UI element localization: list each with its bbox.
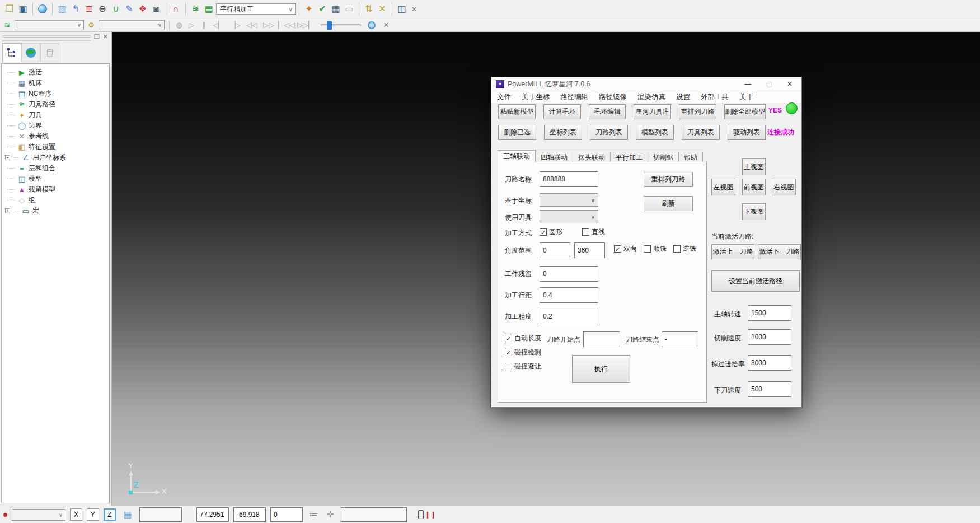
minimize-icon[interactable]: —	[745, 80, 752, 88]
ruler-icon[interactable]: ▭	[343, 3, 355, 15]
toolpath-spring-icon[interactable]: ≋	[189, 3, 201, 15]
delete-selected-button[interactable]: 删除已选	[498, 125, 536, 140]
plunge-feed-input[interactable]	[748, 381, 791, 397]
maximize-icon[interactable]: ▢	[766, 80, 772, 88]
speed-icon[interactable]	[368, 21, 376, 29]
angle-to-input[interactable]	[574, 242, 605, 258]
checkbox-box[interactable]	[644, 245, 651, 253]
toolpath-name-input[interactable]	[540, 171, 598, 187]
cutting-feed-input[interactable]	[748, 329, 791, 345]
tool-library-button[interactable]: 星河刀具库	[634, 104, 671, 119]
cursor-z-input[interactable]	[270, 507, 303, 522]
use-tool-combobox[interactable]: ∨	[540, 210, 598, 223]
speed-slider-handle[interactable]	[327, 21, 332, 30]
feeds-icon[interactable]: ≣	[83, 3, 95, 15]
block-edit-button[interactable]: 毛坯编辑	[589, 104, 626, 119]
lightbulb-icon[interactable]: ◍	[174, 20, 184, 30]
pause-button[interactable]: ∥	[199, 20, 209, 30]
checkbox-box[interactable]: ✓	[505, 349, 512, 356]
tab-help[interactable]: 帮助	[678, 152, 703, 162]
fast-forward-button[interactable]: ▷▷	[261, 20, 276, 30]
axis-y-toggle[interactable]: Y	[87, 508, 99, 521]
menu-about[interactable]: 关于	[739, 92, 753, 102]
view-front-button[interactable]: 前视图	[742, 179, 766, 195]
checkbox-box[interactable]: ✓	[614, 245, 621, 253]
anim-tool-combobox[interactable]: ∨	[99, 20, 165, 30]
points-icon[interactable]: ❖	[137, 3, 149, 15]
view-right-button[interactable]: 右视图	[772, 179, 796, 195]
menu-path-edit[interactable]: 路径编辑	[560, 92, 588, 102]
line-checkbox[interactable]: 直线	[582, 227, 605, 237]
collision-check-checkbox[interactable]: ✓ 碰撞检测	[505, 348, 541, 357]
tab-parallel[interactable]: 平行加工	[610, 152, 648, 162]
stepover-input[interactable]	[540, 287, 598, 303]
stock-allowance-input[interactable]	[540, 266, 598, 282]
anim-close-icon[interactable]: ✕	[381, 20, 391, 30]
end-point-input[interactable]	[662, 331, 698, 347]
calc-block-button[interactable]: 计算毛坯	[543, 104, 581, 119]
tree-item-groups[interactable]: ◇ 组	[5, 195, 109, 206]
menu-path-mirror[interactable]: 路径镜像	[599, 92, 627, 102]
sidebar-restore-icon[interactable]: ❐	[94, 33, 100, 40]
checkbox-box[interactable]	[582, 228, 589, 236]
checkbox-box[interactable]	[673, 245, 681, 253]
tree-item-activate[interactable]: ▶ 激活	[5, 67, 109, 78]
grid-snap-icon[interactable]: ▦	[120, 508, 135, 521]
tree-item-patterns[interactable]: ✕ 参考线	[5, 131, 109, 142]
menu-about-coords[interactable]: 关于坐标	[522, 92, 550, 102]
ball-tool-icon[interactable]: ⊖	[96, 3, 109, 15]
rewind-button[interactable]: ◁◁	[245, 20, 259, 30]
tab-explorer-tree[interactable]	[2, 43, 21, 62]
sphere-icon[interactable]	[36, 3, 49, 15]
tab-4axis[interactable]: 四轴联动	[535, 152, 573, 162]
spindle-speed-input[interactable]	[748, 305, 791, 321]
dialog-close-icon[interactable]: ✕	[787, 80, 793, 88]
calculator-icon[interactable]: ▦	[330, 3, 342, 15]
tab-saw[interactable]: 切割锯	[648, 152, 679, 162]
auto-length-checkbox[interactable]: ✓ 自动长度	[505, 334, 541, 343]
angle-from-input[interactable]	[540, 242, 570, 258]
tree-item-nc-programs[interactable]: ▤ NC程序	[5, 88, 109, 99]
tab-3axis[interactable]: 三轴联动	[498, 150, 536, 162]
collision-avoid-checkbox[interactable]: 碰撞避让	[505, 362, 541, 371]
start-point-input[interactable]	[583, 331, 620, 347]
model-list-button[interactable]: 模型列表	[636, 125, 674, 140]
go-start-button[interactable]: ▏◁◁	[278, 20, 295, 30]
xyz-list-icon[interactable]: ≔	[307, 508, 320, 521]
tree-item-macros[interactable]: + ▭ 宏	[5, 206, 109, 216]
tree-item-toolpaths[interactable]: ≋ 刀具路径	[5, 99, 109, 110]
coord-base-combobox[interactable]: ∨	[540, 193, 598, 207]
checkbox-box[interactable]: ✓	[540, 228, 547, 236]
dialog-titlebar[interactable]: ✦ PowerMILL 忆梦星河 7.0.6 — ▢ ✕	[491, 77, 801, 91]
tool-change-icon[interactable]: ⇅	[363, 3, 375, 15]
activate-next-toolpath-button[interactable]: 激活下一刀路	[758, 244, 801, 259]
phone-pause-icon[interactable]: ❙❙	[418, 510, 436, 519]
anim-toolpath-combobox[interactable]: ∨	[15, 20, 84, 30]
expander-icon[interactable]: +	[5, 155, 10, 160]
view-top-button[interactable]: 上视图	[742, 158, 766, 175]
toolbar-close-icon[interactable]: ✕	[409, 4, 419, 14]
circle-checkbox[interactable]: ✓ 圆形	[540, 227, 562, 237]
view-left-button[interactable]: 左视图	[711, 179, 735, 195]
play-button[interactable]: ▷	[186, 20, 196, 30]
tab-globe[interactable]	[21, 43, 40, 62]
collision-tool-icon[interactable]: ◙	[150, 3, 162, 15]
menu-external-tools[interactable]: 外部工具	[701, 92, 729, 102]
simulate-icon[interactable]: ✦	[303, 3, 315, 15]
verify-icon[interactable]: ✔	[316, 3, 329, 15]
axis-x-toggle[interactable]: X	[70, 508, 82, 521]
leads-icon[interactable]: ↰	[69, 3, 82, 15]
edit-path-icon[interactable]: ✎	[123, 3, 135, 15]
tree-item-levels-sets[interactable]: ≡ 层和组合	[5, 163, 109, 174]
grid-size-input[interactable]	[139, 507, 182, 522]
block-icon[interactable]: ▧	[56, 3, 68, 15]
axis-z-toggle[interactable]: Z	[104, 508, 116, 521]
tree-item-boundaries[interactable]: ◯ 边界	[5, 120, 109, 131]
coord-list-button[interactable]: 坐标列表	[544, 125, 582, 140]
tree-item-workplanes[interactable]: + ∠ 用户坐标系	[5, 152, 109, 163]
cursor-x-input[interactable]	[196, 507, 229, 522]
links-icon[interactable]: ∩	[170, 3, 182, 15]
drive-list-button[interactable]: 驱动列表	[728, 125, 766, 140]
view-bottom-button[interactable]: 下视图	[742, 203, 766, 220]
tab-recycle-bin[interactable]	[40, 43, 59, 62]
